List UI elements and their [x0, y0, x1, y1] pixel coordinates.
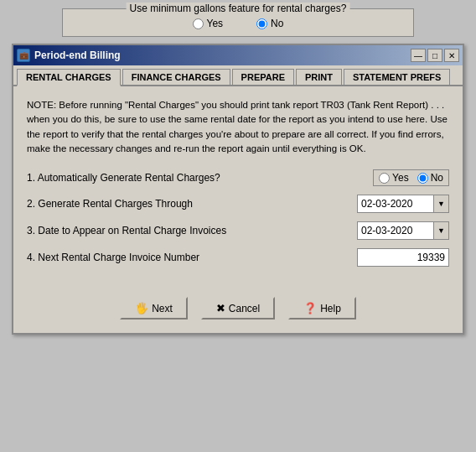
generate-through-label: 2. Generate Rental Charges Through — [27, 198, 357, 210]
generate-through-dropdown-arrow[interactable]: ▼ — [433, 195, 448, 212]
tab-print[interactable]: PRINT — [296, 69, 342, 85]
help-button[interactable]: ❓ Help — [288, 297, 356, 320]
auto-generate-yes-label: Yes — [392, 172, 409, 184]
auto-generate-radios: Yes No — [373, 169, 449, 186]
auto-generate-no-option[interactable]: No — [417, 172, 443, 184]
minimize-button[interactable]: — — [411, 49, 426, 62]
date-appear-label: 3. Date to Appear on Rental Charge Invoi… — [27, 225, 357, 236]
maximize-button[interactable]: □ — [427, 49, 442, 62]
topbar-yes-radio[interactable] — [193, 18, 204, 29]
next-label: Next — [152, 303, 173, 314]
invoice-number-label: 4. Next Rental Charge Invoice Number — [27, 252, 357, 263]
title-bar-left: 💼 Period-end Billing — [17, 49, 121, 62]
topbar-no-option[interactable]: No — [256, 18, 283, 29]
content-area: NOTE: Before running "Rental Charges" yo… — [13, 86, 463, 287]
top-bar: Use minimum gallons feature for rental c… — [62, 8, 414, 37]
window-title: Period-end Billing — [34, 49, 121, 61]
date-appear-input[interactable] — [358, 223, 433, 238]
invoice-number-input[interactable] — [357, 248, 449, 267]
next-button[interactable]: 🖐 Next — [120, 297, 188, 320]
tab-prepare[interactable]: PREPARE — [232, 69, 294, 85]
tab-statement-prefs[interactable]: STATEMENT PREFS — [344, 69, 450, 85]
tab-finance-charges[interactable]: FINANCE CHARGES — [122, 69, 230, 85]
topbar-no-radio[interactable] — [256, 18, 267, 29]
top-bar-radios: Yes No — [73, 18, 403, 29]
form-row-auto-generate: 1. Automatically Generate Rental Charges… — [27, 169, 449, 186]
date-appear-dropdown-arrow[interactable]: ▼ — [433, 222, 448, 239]
tab-bar: RENTAL CHARGES FINANCE CHARGES PREPARE P… — [13, 65, 463, 86]
cancel-icon: ✖ — [216, 302, 225, 314]
help-label: Help — [320, 303, 341, 314]
auto-generate-no-label: No — [431, 172, 443, 184]
form-row-date-appear: 3. Date to Appear on Rental Charge Invoi… — [27, 221, 449, 240]
form-row-generate-through: 2. Generate Rental Charges Through ▼ — [27, 195, 449, 213]
date-appear-date[interactable]: ▼ — [357, 221, 449, 240]
auto-generate-yes-option[interactable]: Yes — [379, 172, 409, 184]
auto-generate-yes-radio[interactable] — [379, 173, 390, 184]
next-icon: 🖐 — [135, 302, 148, 314]
topbar-yes-option[interactable]: Yes — [193, 18, 224, 29]
generate-through-date[interactable]: ▼ — [357, 195, 449, 213]
topbar-no-label: No — [271, 18, 283, 29]
form-row-invoice-number: 4. Next Rental Charge Invoice Number — [27, 248, 449, 267]
title-bar-controls: — □ ✕ — [411, 49, 459, 62]
top-bar-legend: Use minimum gallons feature for rental c… — [127, 3, 350, 14]
auto-generate-no-radio[interactable] — [417, 173, 428, 184]
note-text: NOTE: Before running "Rental Charges" yo… — [27, 98, 449, 156]
auto-generate-label: 1. Automatically Generate Rental Charges… — [27, 172, 373, 184]
close-button[interactable]: ✕ — [444, 49, 459, 62]
tab-rental-charges[interactable]: RENTAL CHARGES — [17, 69, 121, 86]
footer: 🖐 Next ✖ Cancel ❓ Help — [13, 287, 463, 333]
main-window: 💼 Period-end Billing — □ ✕ RENTAL CHARGE… — [12, 44, 464, 335]
cancel-button[interactable]: ✖ Cancel — [201, 297, 275, 320]
generate-through-input[interactable] — [358, 196, 433, 211]
help-icon: ❓ — [303, 302, 317, 314]
topbar-yes-label: Yes — [207, 18, 224, 29]
title-bar: 💼 Period-end Billing — □ ✕ — [13, 45, 463, 65]
cancel-label: Cancel — [229, 303, 260, 314]
window-icon: 💼 — [17, 49, 30, 62]
